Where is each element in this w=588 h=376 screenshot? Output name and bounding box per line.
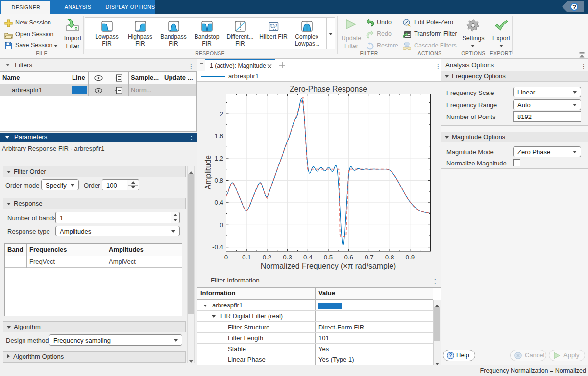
- svg-text:0.4: 0.4: [303, 254, 313, 261]
- svg-text:0.6: 0.6: [344, 254, 353, 261]
- svg-text:0: 0: [220, 221, 223, 229]
- svg-text:2: 2: [220, 110, 223, 118]
- svg-text:1.6: 1.6: [215, 132, 224, 140]
- svg-text:?: ?: [572, 3, 576, 11]
- svg-text:j: j: [275, 23, 277, 27]
- svg-text:0.7: 0.7: [365, 254, 374, 261]
- svg-text:-0.4: -0.4: [212, 243, 223, 251]
- svg-text:Normalized Frequency (×π rad/s: Normalized Frequency (×π rad/sample): [261, 262, 396, 270]
- svg-text:0.1: 0.1: [242, 254, 251, 261]
- svg-text:0.5: 0.5: [324, 254, 333, 261]
- svg-text:0.2: 0.2: [263, 254, 272, 261]
- svg-text:0.3: 0.3: [283, 254, 292, 261]
- svg-text:0.8: 0.8: [215, 177, 224, 184]
- svg-text:0.8: 0.8: [385, 254, 394, 261]
- svg-text:Amplitude: Amplitude: [204, 155, 212, 189]
- svg-text:Zero-Phase Response: Zero-Phase Response: [290, 85, 367, 93]
- svg-text:0.4: 0.4: [215, 199, 224, 206]
- svg-text:0: 0: [224, 254, 228, 261]
- svg-text:0.9: 0.9: [406, 254, 415, 261]
- svg-text:?: ?: [449, 352, 452, 358]
- svg-text:1.2: 1.2: [215, 155, 224, 162]
